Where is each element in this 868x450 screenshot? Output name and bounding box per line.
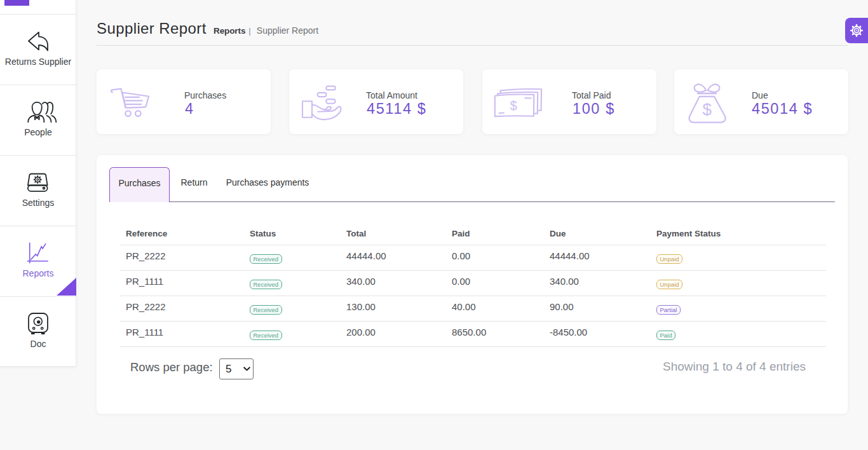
svg-text:$: $ [510, 99, 517, 112]
svg-text:$: $ [703, 100, 712, 119]
